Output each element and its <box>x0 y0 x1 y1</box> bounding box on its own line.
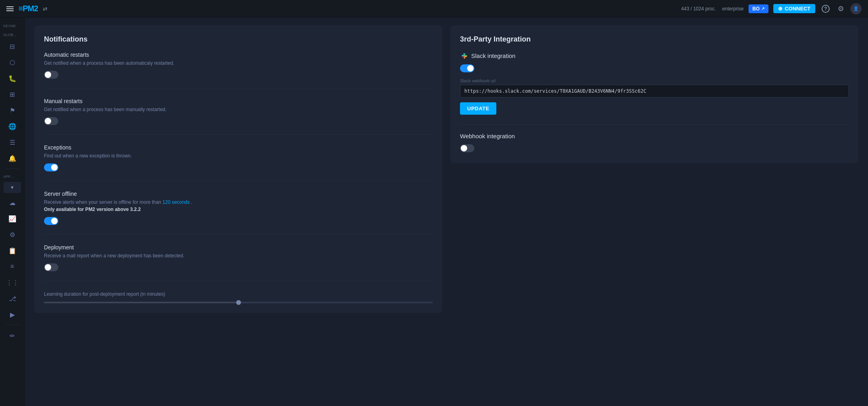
webhook-integration: Webhook integration <box>460 124 849 153</box>
sidebar-item-cloud[interactable]: ☁ <box>4 195 21 210</box>
sidebar-item-bars[interactable]: ≡ <box>4 259 21 274</box>
bell-icon: 🔔 <box>8 155 16 162</box>
webhook-url-input[interactable] <box>460 85 849 98</box>
cloud-icon: ☁ <box>9 199 16 207</box>
avatar[interactable]: 👤 <box>850 3 862 14</box>
sidebar-divider <box>5 169 20 169</box>
notif-server-offline-suffix: . <box>190 199 193 205</box>
sidebar-divider-2 <box>5 325 20 325</box>
notif-server-offline: Server offline Receive alerts when your … <box>44 191 433 235</box>
toggle-exceptions[interactable] <box>44 163 58 171</box>
content-area: Notifications Automatic restarts Get not… <box>25 18 868 406</box>
notif-manual-restarts-title: Manual restarts <box>44 98 433 104</box>
logo-text: ≡PM2 <box>18 4 38 13</box>
notif-server-offline-desc: Receive alerts when your server is offli… <box>44 199 433 213</box>
bo-button[interactable]: BO ↗ <box>749 4 768 13</box>
topbar: ≡PM2 ⇄ 443 / 1024 proc. enterprise BO ↗ … <box>0 0 868 18</box>
sidebar-dropdown[interactable]: ▼ <box>4 182 21 193</box>
chart-icon: 📈 <box>8 215 16 223</box>
alert-icon: ⚑ <box>10 107 15 114</box>
logo: ≡PM2 <box>18 4 38 13</box>
transfer-icon[interactable]: ⇄ <box>43 6 48 12</box>
sidebar-item-alert[interactable]: ⚑ <box>4 103 21 117</box>
notif-auto-restarts-title: Automatic restarts <box>44 52 433 58</box>
slider-track[interactable] <box>44 302 433 303</box>
sidebar-item-dashboard[interactable]: ⊞ <box>4 87 21 102</box>
notif-auto-restarts: Automatic restarts Get notified when a p… <box>44 52 433 88</box>
slider-label: Learning duration for post-deployment re… <box>44 291 433 298</box>
slack-integration: Slack integration Slack webhook url UPDA… <box>460 52 849 115</box>
sidebar-item-nodes[interactable]: ⎇ <box>4 291 21 306</box>
notif-auto-restarts-desc: Get notified when a process has been aut… <box>44 60 433 67</box>
connect-button[interactable]: ⊕ CONNECT <box>773 4 815 13</box>
toggle-deployment[interactable] <box>44 263 58 271</box>
notif-deployment-desc: Receive a mail report when a new deploym… <box>44 252 433 259</box>
notif-exceptions-title: Exceptions <box>44 144 433 151</box>
slider-container: Learning duration for post-deployment re… <box>44 291 433 303</box>
lines-icon: ⋮⋮ <box>6 279 19 287</box>
slack-header: Slack integration <box>460 52 849 60</box>
notif-server-offline-bold: Only available for PM2 version above 3.2… <box>44 207 141 212</box>
grid-icon: ⊟ <box>10 43 15 50</box>
notifications-title: Notifications <box>44 35 433 44</box>
notif-deployment-title: Deployment <box>44 244 433 251</box>
external-link-icon: ↗ <box>761 6 764 11</box>
notif-manual-restarts-desc: Get notified when a process has been man… <box>44 106 433 113</box>
toggle-server-offline[interactable] <box>44 217 58 225</box>
nodes-icon: ⎇ <box>9 295 16 303</box>
toggle-auto-restarts[interactable] <box>44 71 58 79</box>
file-icon: 📋 <box>8 247 16 255</box>
notifications-panel: Notifications Automatic restarts Get not… <box>34 26 442 313</box>
sidebar-item-lines[interactable]: ⋮⋮ <box>4 275 21 290</box>
play-icon: ▶ <box>10 311 15 318</box>
dashboard-icon: ⊞ <box>10 91 15 98</box>
sidebar-item-grid[interactable]: ⊟ <box>4 39 21 54</box>
plus-circle-icon: ⊕ <box>778 6 782 12</box>
globe-icon: 🌐 <box>8 123 16 130</box>
main-layout: Keyme Glob... ⊟ ⬡ 🐛 ⊞ ⚑ 🌐 ☰ 🔔 App ... ▼ <box>0 18 868 406</box>
notif-server-offline-link[interactable]: 120 seconds <box>163 199 190 205</box>
update-button[interactable]: UPDATE <box>460 102 496 115</box>
gear-icon: ⚙ <box>838 4 844 13</box>
bug-icon: 🐛 <box>8 75 16 82</box>
sidebar-section-keyme: Keyme <box>0 24 24 28</box>
avatar-icon: 👤 <box>853 6 859 11</box>
slack-icon <box>460 52 468 60</box>
notif-server-offline-prefix: Receive alerts when your server is offli… <box>44 199 163 205</box>
sidebar-item-file[interactable]: 📋 <box>4 243 21 258</box>
bars-icon: ≡ <box>10 263 14 270</box>
hamburger-icon[interactable] <box>6 6 14 11</box>
hex-icon: ⬡ <box>10 59 15 66</box>
sidebar-item-list[interactable]: ☰ <box>4 135 21 149</box>
cog-icon: ⚙ <box>10 231 15 239</box>
notif-server-offline-title: Server offline <box>44 191 433 197</box>
sidebar-item-play[interactable]: ▶ <box>4 307 21 322</box>
sidebar-item-hex[interactable]: ⬡ <box>4 55 21 70</box>
notif-exceptions-desc: Find out when a new exception is thrown. <box>44 152 433 159</box>
sidebar-section-app: App ... <box>0 175 24 179</box>
third-party-panel: 3rd-Party Integration <box>450 26 858 163</box>
sidebar-item-chart[interactable]: 📈 <box>4 211 21 226</box>
slack-title: Slack integration <box>471 52 516 59</box>
third-party-title: 3rd-Party Integration <box>460 35 849 44</box>
help-button[interactable]: ? <box>820 3 831 14</box>
webhook-url-label: Slack webhook url <box>460 78 849 83</box>
sidebar-item-edit[interactable]: ✏ <box>4 328 21 343</box>
sidebar-item-cog[interactable]: ⚙ <box>4 227 21 242</box>
plan-label: enterprise <box>722 6 743 12</box>
sidebar-item-bell[interactable]: 🔔 <box>4 151 21 165</box>
chevron-down-icon: ▼ <box>10 185 14 190</box>
notif-manual-restarts: Manual restarts Get notified when a proc… <box>44 98 433 135</box>
settings-button[interactable]: ⚙ <box>836 3 846 15</box>
toggle-slack[interactable] <box>460 64 474 72</box>
list-icon: ☰ <box>10 139 15 146</box>
notif-exceptions: Exceptions Find out when a new exception… <box>44 144 433 181</box>
edit-icon: ✏ <box>10 332 15 340</box>
toggle-webhook[interactable] <box>460 144 474 152</box>
sidebar-item-bug[interactable]: 🐛 <box>4 71 21 86</box>
sidebar: Keyme Glob... ⊟ ⬡ 🐛 ⊞ ⚑ 🌐 ☰ 🔔 App ... ▼ <box>0 18 25 406</box>
toggle-manual-restarts[interactable] <box>44 117 58 125</box>
notif-deployment: Deployment Receive a mail report when a … <box>44 244 433 281</box>
sidebar-item-globe[interactable]: 🌐 <box>4 119 21 133</box>
sidebar-section-glob: Glob... <box>0 33 24 37</box>
